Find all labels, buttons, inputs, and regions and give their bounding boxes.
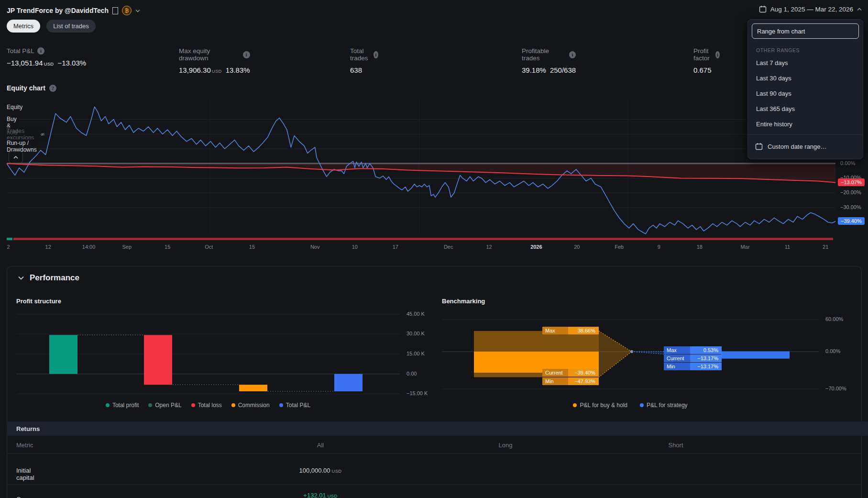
benchmark-buyhold-label-min: Min−47.93%: [542, 377, 599, 385]
tab-list-of-trades[interactable]: List of trades: [46, 20, 95, 33]
legend-item[interactable]: Open P&L: [148, 402, 181, 409]
benchmark-axis-label: 0.00%: [825, 348, 840, 354]
profit-axis-label: 0.00: [407, 371, 417, 376]
chevron-down-icon: [18, 276, 24, 280]
strategy-tester-panel: JP TrendForce by @DaviddTech ₿ Aug 1, 20…: [0, 0, 868, 498]
metric-value: −13,051.94USD−13.03%: [7, 59, 86, 67]
info-icon[interactable]: i: [37, 47, 44, 55]
equity-x-tick: 18: [697, 244, 703, 250]
legend-label: Open P&L: [155, 402, 181, 409]
equity-axis-label: 0.00%: [840, 160, 855, 166]
returns-row-metric: Open P&L: [16, 496, 32, 498]
chevron-down-icon[interactable]: [135, 9, 140, 12]
legend-dot: [279, 403, 283, 407]
equity-legend-item-0[interactable]: Equity: [7, 103, 24, 111]
equity-x-tick: Dec: [444, 244, 453, 250]
menu-item-entire-history[interactable]: Entire history: [748, 116, 863, 132]
value-unit: USD: [328, 493, 338, 498]
legend-label: Total P&L: [286, 402, 310, 409]
menu-item-last-365-days[interactable]: Last 365 days: [748, 101, 863, 116]
metric-extra-value: 13.83%: [226, 66, 250, 74]
benchmark-strategy-label-current: Current−13.17%: [664, 354, 722, 362]
badge-key: Current: [542, 369, 568, 376]
equity-x-tick: 14:00: [82, 244, 96, 250]
legend-item[interactable]: Commission: [231, 402, 270, 409]
equity-x-tick: 15: [249, 244, 255, 250]
legend-item[interactable]: P&L for buy & hold: [573, 402, 627, 409]
legend-label: Commission: [238, 402, 270, 409]
equity-x-tick: Oct: [205, 244, 213, 250]
benchmarking-title: Benchmarking: [442, 298, 485, 305]
badge-key: Max: [664, 346, 690, 354]
badge-value: −39.40%: [568, 369, 599, 376]
badge-value: −13.17%: [690, 363, 722, 370]
performance-title: Performance: [30, 273, 79, 283]
returns-row-metric: Initial capital: [16, 467, 34, 481]
info-icon[interactable]: i: [374, 51, 378, 58]
date-range-label: Aug 1, 2025 — Mar 22, 2026: [770, 6, 853, 13]
calendar-icon: [759, 5, 767, 13]
equity-axis-label: −20.00%: [840, 189, 861, 195]
equity-x-tick: 11: [785, 244, 790, 250]
metric-main-value: −13,051.94: [7, 59, 43, 67]
badge-value: 0.53%: [690, 346, 722, 354]
badge-key: Min: [664, 363, 690, 370]
returns-column-header-all: All: [317, 442, 324, 449]
metric-main-value: 0.675: [693, 66, 712, 74]
metric-unit: USD: [212, 68, 222, 74]
equity-axis-badge: −13.07%: [838, 178, 865, 186]
range-from-chart-option[interactable]: Range from chart: [752, 23, 859, 39]
metric-main-value: 39.18%: [522, 66, 546, 74]
metric-label-text: Total P&L: [7, 47, 34, 55]
menu-item-last-30-days[interactable]: Last 30 days: [748, 70, 863, 86]
legend-item[interactable]: Total loss: [191, 402, 222, 409]
legend-label: Total profit: [112, 402, 139, 409]
legend-item[interactable]: P&L for strategy: [640, 402, 688, 409]
metric-label-text: Max equity drawdown: [179, 47, 240, 62]
eye-off-icon: [40, 131, 45, 138]
benchmarking-legend: P&L for buy & holdP&L for strategy: [442, 402, 819, 409]
equity-x-tick: Mar: [741, 244, 750, 250]
info-icon[interactable]: i: [715, 51, 720, 58]
legend-dot: [106, 403, 110, 407]
equity-x-tick: 12: [486, 244, 492, 250]
benchmark-strategy-label-min: Min−13.17%: [664, 363, 722, 370]
info-icon[interactable]: i: [569, 51, 576, 58]
profit-axis-label: 15.00 K: [407, 351, 425, 356]
metric-2: Total tradesi638: [350, 47, 378, 74]
metric-value: 39.18%250/638: [522, 66, 576, 74]
returns-column-header-long: Long: [499, 442, 513, 449]
benchmark-strategy-label-max: Max0.53%: [664, 346, 722, 354]
arrow-up-icon: [13, 156, 18, 159]
legend-dot: [573, 403, 577, 407]
menu-item-last-7-days[interactable]: Last 7 days: [748, 55, 863, 70]
equity-x-tick: 12: [45, 244, 51, 250]
custom-date-range-option[interactable]: Custom date range…: [748, 138, 863, 155]
value-unit: USD: [332, 468, 342, 474]
badge-key: Max: [542, 327, 568, 334]
date-range-control[interactable]: Aug 1, 2025 — Mar 22, 2026: [759, 5, 862, 13]
badge-key: Current: [664, 354, 690, 362]
help-icon[interactable]: ?: [49, 85, 56, 92]
profit-axis-label: 30.00 K: [407, 331, 425, 336]
scroll-to-start-button[interactable]: [9, 151, 23, 163]
metric-main-value: 13,906.30: [179, 66, 211, 74]
badge-value: −13.17%: [690, 354, 722, 362]
legend-item[interactable]: Total profit: [106, 402, 139, 409]
badge-key: Min: [542, 377, 568, 385]
legend-dot: [191, 403, 195, 407]
value: +132.01: [303, 492, 326, 498]
tab-metrics[interactable]: Metrics: [7, 20, 40, 33]
menu-divider: [748, 134, 863, 135]
performance-section-header[interactable]: Performance: [18, 273, 79, 283]
info-icon[interactable]: i: [243, 51, 250, 58]
legend-item[interactable]: Total P&L: [279, 402, 310, 409]
menu-item-last-90-days[interactable]: Last 90 days: [748, 86, 863, 101]
metric-0: Total P&Li−13,051.94USD−13.03%: [7, 47, 86, 67]
equity-x-tick: 17: [393, 244, 398, 250]
benchmark-axis-label: −70.00%: [825, 386, 846, 391]
legend-dot: [640, 403, 644, 407]
equity-legend-label: Equity: [7, 104, 22, 111]
legend-label: P&L for strategy: [647, 402, 688, 409]
profit-axis-label: 45.00 K: [407, 311, 425, 317]
